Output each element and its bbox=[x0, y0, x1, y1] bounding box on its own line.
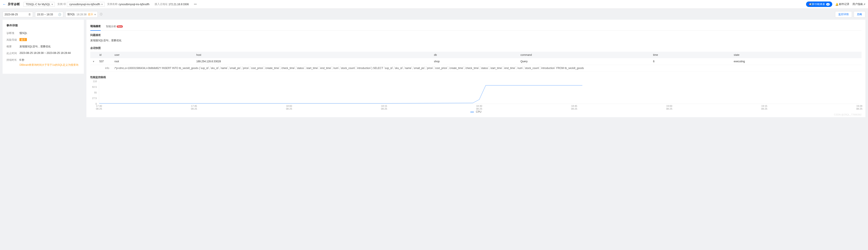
x-ticks: 17:3008-2517:4508-2518:0008-2518:1508-25… bbox=[99, 104, 859, 110]
event-detail-title: 事件详情 bbox=[6, 24, 80, 28]
page-title: 异常诊断 bbox=[8, 2, 20, 6]
info-icon[interactable]: ⓘ bbox=[100, 12, 102, 16]
slow-sql-selector[interactable]: 慢SQL 18:28:38 提示 ▾ bbox=[65, 11, 98, 17]
perf-title: 性能监控曲线 bbox=[90, 75, 862, 79]
legend-swatch bbox=[470, 112, 474, 112]
top-bar: ← 异常诊断 TDSQL-C for MySQL ▾ 实例 ID cynosdb… bbox=[0, 0, 868, 9]
engine-selector[interactable]: TDSQL-C for MySQL ▾ bbox=[23, 2, 55, 7]
plot-area bbox=[99, 81, 859, 104]
time-value: 2023-08-25 18:28:38 ~ 2023-08-25 18:28:4… bbox=[20, 51, 80, 55]
date-picker[interactable]: 2023-08-25 🗓 bbox=[3, 12, 33, 17]
top-right: 📢 新功能速递 4 🔔 邮件记录 用户指南 ↗ bbox=[806, 1, 865, 7]
endpoint-value: 172.21.16.9:3306 bbox=[168, 3, 189, 6]
monitor-detail-button[interactable]: 监控详情 bbox=[835, 11, 852, 17]
mail-log-label: 邮件记录 bbox=[839, 2, 849, 6]
instance-id-selector[interactable]: cynosdbmysql-ins-bj5rodfh ▾ bbox=[67, 2, 105, 7]
calendar-icon: 🗓 bbox=[28, 13, 31, 16]
scene-panel: 现场描述 智能分析 New 问题描述 发现慢SQL语句，需要优化 会话快照 id… bbox=[86, 20, 865, 117]
table-row: ▾ 537 root 169.254.128.6:33028 shop Quer… bbox=[90, 58, 862, 65]
endpoint-label: 接入点地址 bbox=[155, 2, 167, 6]
body: 2023-08-25 🗓 15:33 ~ 18:33 🕒 慢SQL 18:28:… bbox=[0, 9, 868, 120]
caret-down-icon: ▾ bbox=[101, 3, 103, 6]
risk-tag: 提示 bbox=[20, 38, 27, 41]
user-guide-label: 用户指南 bbox=[852, 2, 863, 6]
info-label: info bbox=[97, 65, 112, 72]
session-table: id user host db command time state ▾ 537… bbox=[90, 52, 862, 72]
tab-scene[interactable]: 现场描述 bbox=[90, 24, 101, 31]
cell-command: Query bbox=[518, 58, 650, 65]
th-db: db bbox=[431, 52, 518, 58]
new-feature-count: 4 bbox=[826, 3, 830, 6]
problem-title: 问题描述 bbox=[90, 33, 862, 37]
user-guide-link[interactable]: 用户指南 ↗ bbox=[852, 2, 865, 6]
y-ticks: 027.55582.5110 bbox=[90, 81, 98, 104]
risk-value: 提示 bbox=[20, 38, 80, 41]
caret-down-icon: ▾ bbox=[94, 13, 96, 16]
mail-log-link[interactable]: 🔔 邮件记录 bbox=[835, 2, 849, 6]
event-detail-panel: 事件详情 诊断项 慢SQL 风险等级 提示 概要 发现慢SQL语句，需要优化 起… bbox=[3, 20, 84, 74]
th-id: id bbox=[97, 52, 112, 58]
duration-label: 持续时长 bbox=[6, 58, 20, 62]
slow-sql-time: 18:28:38 bbox=[76, 13, 87, 16]
diag-label: 诊断项 bbox=[6, 31, 20, 35]
perf-chart: 027.55582.5110 17:3008-2517:4508-2518:00… bbox=[90, 81, 862, 109]
th-command: command bbox=[518, 52, 650, 58]
th-time: time bbox=[651, 52, 731, 58]
tabs: 现场描述 智能分析 New bbox=[90, 24, 862, 31]
line-path bbox=[99, 81, 859, 104]
caret-down-icon: ▾ bbox=[52, 3, 53, 6]
instance-id-value: cynosdbmysql-ins-bj5rodfh bbox=[69, 3, 100, 6]
filter-row: 2023-08-25 🗓 15:33 ~ 18:33 🕒 慢SQL 18:28:… bbox=[3, 11, 865, 17]
cell-time: 6 bbox=[651, 58, 731, 65]
new-feature-label: 新功能速递 bbox=[812, 2, 825, 6]
instance-name-value: cynosdbmysql-ins-bj5rodfh bbox=[119, 3, 149, 6]
instance-id-label: 实例 ID bbox=[57, 2, 66, 6]
duration-note: DBbrain将查询时间大于等于1s的SQL定义为慢查询 bbox=[20, 63, 80, 67]
date-value: 2023-08-25 bbox=[4, 13, 18, 16]
session-title: 会话快照 bbox=[90, 46, 862, 50]
diag-value: 慢SQL bbox=[20, 31, 80, 35]
th-host: host bbox=[194, 52, 431, 58]
th-user: user bbox=[112, 52, 194, 58]
external-icon: ↗ bbox=[863, 3, 865, 6]
duration-block: 6 秒 DBbrain将查询时间大于等于1s的SQL定义为慢查询 bbox=[20, 58, 80, 67]
slow-sql-hint: 提示 bbox=[88, 12, 93, 16]
cell-id: 537 bbox=[97, 58, 112, 65]
back-icon[interactable]: ← bbox=[3, 2, 6, 6]
new-feature-badge[interactable]: 📢 新功能速递 4 bbox=[806, 1, 832, 7]
chart-legend: CPU bbox=[90, 110, 862, 113]
duration-value: 6 秒 bbox=[20, 58, 80, 62]
instance-name-label: 实例名称 bbox=[107, 2, 118, 6]
summary-label: 概要 bbox=[6, 45, 20, 48]
th-state: state bbox=[731, 52, 862, 58]
time-range-value: 15:33 ~ 18:33 bbox=[37, 13, 53, 16]
tab-ai-label: 智能分析 bbox=[106, 25, 116, 28]
more-icon[interactable]: ••• bbox=[194, 3, 197, 6]
megaphone-icon: 📢 bbox=[809, 3, 812, 6]
problem-text: 发现慢SQL语句，需要优化 bbox=[90, 39, 862, 42]
cell-db: shop bbox=[431, 58, 518, 65]
legend-label: CPU bbox=[476, 110, 482, 113]
tab-ai[interactable]: 智能分析 New bbox=[106, 24, 123, 31]
cell-state: executing bbox=[731, 58, 862, 65]
clock-icon: 🕒 bbox=[58, 13, 61, 16]
expand-icon[interactable]: ▾ bbox=[93, 60, 94, 63]
summary-value: 发现慢SQL语句，需要优化 bbox=[20, 45, 80, 48]
time-range-picker[interactable]: 15:33 ~ 18:33 🕒 bbox=[35, 12, 63, 17]
filter-right-buttons: 监控详情 忽略 bbox=[835, 11, 865, 17]
info-value: /*p=dmc,o=100031586434,i=3b8b8d62*/ INSE… bbox=[112, 65, 862, 72]
table-info-row: info /*p=dmc,o=100031586434,i=3b8b8d62*/… bbox=[90, 65, 862, 72]
engine-selector-label: TDSQL-C for MySQL bbox=[26, 3, 50, 6]
time-label: 起止时间 bbox=[6, 51, 20, 55]
cell-user: root bbox=[112, 58, 194, 65]
new-badge: New bbox=[117, 25, 123, 28]
bell-icon: 🔔 bbox=[835, 3, 839, 6]
watermark: CSDN @29QL_77888392 bbox=[834, 113, 862, 116]
columns: 事件详情 诊断项 慢SQL 风险等级 提示 概要 发现慢SQL语句，需要优化 起… bbox=[3, 20, 865, 117]
ignore-button[interactable]: 忽略 bbox=[854, 11, 865, 17]
cell-host: 169.254.128.6:33028 bbox=[194, 58, 431, 65]
risk-label: 风险等级 bbox=[6, 38, 20, 42]
slow-sql-label: 慢SQL bbox=[67, 12, 75, 16]
